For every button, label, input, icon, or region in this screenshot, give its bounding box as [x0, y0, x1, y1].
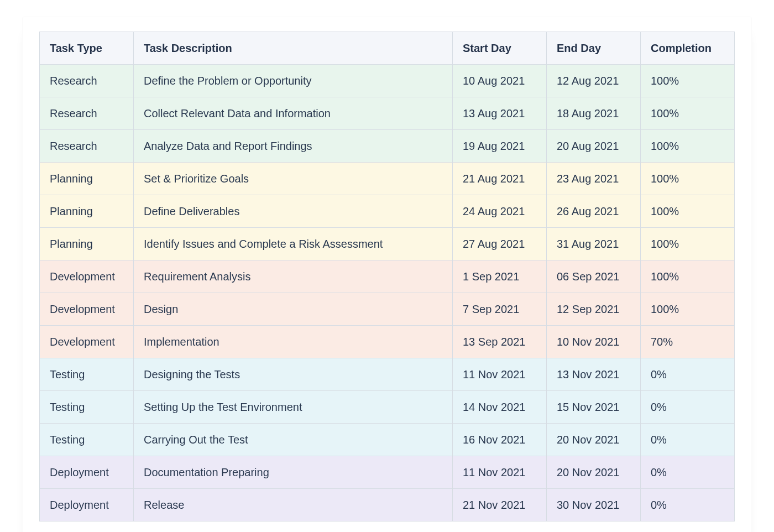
cell-start: 1 Sep 2021: [453, 260, 547, 293]
cell-type: Planning: [40, 163, 134, 195]
cell-description: Set & Prioritize Goals: [134, 163, 453, 195]
table-row: Deployment Release 21 Nov 2021 30 Nov 20…: [40, 489, 735, 521]
cell-type: Planning: [40, 228, 134, 260]
cell-start: 11 Nov 2021: [453, 456, 547, 489]
cell-end: 06 Sep 2021: [547, 260, 641, 293]
cell-start: 16 Nov 2021: [453, 424, 547, 456]
cell-start: 10 Aug 2021: [453, 65, 547, 97]
cell-completion: 100%: [641, 260, 735, 293]
table-row: Testing Carrying Out the Test 16 Nov 202…: [40, 424, 735, 456]
cell-completion: 70%: [641, 326, 735, 358]
cell-completion: 100%: [641, 163, 735, 195]
cell-completion: 100%: [641, 293, 735, 326]
table-row: Research Collect Relevant Data and Infor…: [40, 97, 735, 130]
cell-start: 13 Aug 2021: [453, 97, 547, 130]
cell-type: Development: [40, 260, 134, 293]
cell-type: Planning: [40, 195, 134, 228]
cell-description: Setting Up the Test Environment: [134, 391, 453, 424]
cell-end: 15 Nov 2021: [547, 391, 641, 424]
cell-end: 10 Nov 2021: [547, 326, 641, 358]
cell-type: Research: [40, 65, 134, 97]
table-row: Research Define the Problem or Opportuni…: [40, 65, 735, 97]
cell-type: Development: [40, 326, 134, 358]
cell-completion: 100%: [641, 195, 735, 228]
task-table: Task Type Task Description Start Day End…: [39, 32, 735, 521]
task-table-body: Research Define the Problem or Opportuni…: [40, 65, 735, 521]
table-row: Research Analyze Data and Report Finding…: [40, 130, 735, 163]
cell-start: 11 Nov 2021: [453, 358, 547, 391]
col-header-completion: Completion: [641, 32, 735, 65]
cell-end: 18 Aug 2021: [547, 97, 641, 130]
cell-completion: 0%: [641, 391, 735, 424]
table-row: Planning Define Deliverables 24 Aug 2021…: [40, 195, 735, 228]
cell-description: Design: [134, 293, 453, 326]
cell-type: Research: [40, 97, 134, 130]
cell-description: Define Deliverables: [134, 195, 453, 228]
cell-end: 30 Nov 2021: [547, 489, 641, 521]
cell-start: 14 Nov 2021: [453, 391, 547, 424]
cell-type: Research: [40, 130, 134, 163]
cell-description: Analyze Data and Report Findings: [134, 130, 453, 163]
cell-end: 20 Nov 2021: [547, 456, 641, 489]
cell-description: Define the Problem or Opportunity: [134, 65, 453, 97]
cell-type: Testing: [40, 424, 134, 456]
cell-completion: 100%: [641, 228, 735, 260]
cell-type: Testing: [40, 391, 134, 424]
cell-description: Release: [134, 489, 453, 521]
cell-type: Testing: [40, 358, 134, 391]
cell-type: Deployment: [40, 456, 134, 489]
table-row: Development Design 7 Sep 2021 12 Sep 202…: [40, 293, 735, 326]
cell-end: 31 Aug 2021: [547, 228, 641, 260]
cell-completion: 0%: [641, 456, 735, 489]
col-header-end: End Day: [547, 32, 641, 65]
cell-completion: 100%: [641, 65, 735, 97]
cell-start: 7 Sep 2021: [453, 293, 547, 326]
table-row: Development Implementation 13 Sep 2021 1…: [40, 326, 735, 358]
cell-completion: 100%: [641, 130, 735, 163]
cell-start: 21 Nov 2021: [453, 489, 547, 521]
table-row: Testing Designing the Tests 11 Nov 2021 …: [40, 358, 735, 391]
table-row: Testing Setting Up the Test Environment …: [40, 391, 735, 424]
table-row: Development Requirement Analysis 1 Sep 2…: [40, 260, 735, 293]
cell-start: 19 Aug 2021: [453, 130, 547, 163]
cell-end: 26 Aug 2021: [547, 195, 641, 228]
cell-completion: 0%: [641, 358, 735, 391]
table-header-row: Task Type Task Description Start Day End…: [40, 32, 735, 65]
cell-description: Collect Relevant Data and Information: [134, 97, 453, 130]
cell-type: Deployment: [40, 489, 134, 521]
cell-description: Documentation Preparing: [134, 456, 453, 489]
cell-description: Requirement Analysis: [134, 260, 453, 293]
cell-type: Development: [40, 293, 134, 326]
col-header-start: Start Day: [453, 32, 547, 65]
page: Task Type Task Description Start Day End…: [0, 0, 774, 532]
cell-start: 24 Aug 2021: [453, 195, 547, 228]
col-header-description: Task Description: [134, 32, 453, 65]
cell-end: 13 Nov 2021: [547, 358, 641, 391]
table-row: Planning Set & Prioritize Goals 21 Aug 2…: [40, 163, 735, 195]
cell-description: Implementation: [134, 326, 453, 358]
cell-completion: 0%: [641, 489, 735, 521]
cell-end: 23 Aug 2021: [547, 163, 641, 195]
cell-description: Designing the Tests: [134, 358, 453, 391]
cell-start: 27 Aug 2021: [453, 228, 547, 260]
cell-end: 12 Aug 2021: [547, 65, 641, 97]
cell-description: Identify Issues and Complete a Risk Asse…: [134, 228, 453, 260]
cell-description: Carrying Out the Test: [134, 424, 453, 456]
cell-end: 20 Nov 2021: [547, 424, 641, 456]
cell-end: 12 Sep 2021: [547, 293, 641, 326]
table-row: Deployment Documentation Preparing 11 No…: [40, 456, 735, 489]
cell-start: 21 Aug 2021: [453, 163, 547, 195]
table-row: Planning Identify Issues and Complete a …: [40, 228, 735, 260]
cell-completion: 0%: [641, 424, 735, 456]
col-header-type: Task Type: [40, 32, 134, 65]
cell-end: 20 Aug 2021: [547, 130, 641, 163]
cell-completion: 100%: [641, 97, 735, 130]
cell-start: 13 Sep 2021: [453, 326, 547, 358]
task-table-card: Task Type Task Description Start Day End…: [22, 17, 752, 532]
